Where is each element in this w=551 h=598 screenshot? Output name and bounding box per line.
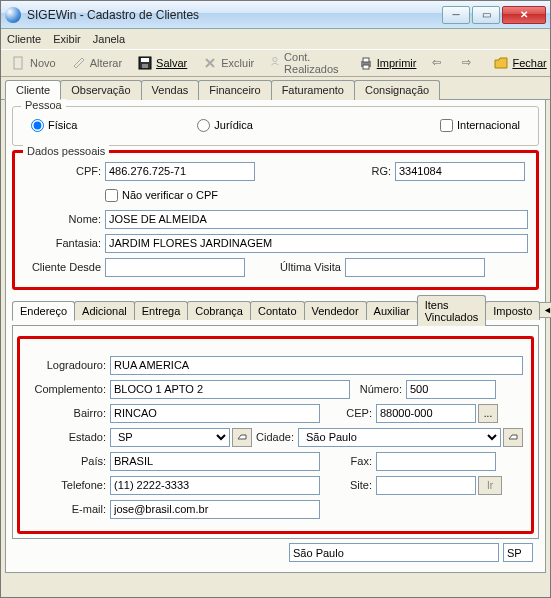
cpf-label: CPF:	[23, 165, 105, 177]
menu-bar: Cliente Exibir Janela	[1, 29, 550, 49]
menu-exibir[interactable]: Exibir	[53, 33, 81, 45]
status-cidade-field[interactable]	[289, 543, 499, 562]
novo-button: Novo	[5, 53, 63, 73]
pais-label: País:	[28, 455, 110, 467]
bairro-label: Bairro:	[28, 407, 110, 419]
check-nao-verificar-cpf[interactable]: Não verificar o CPF	[105, 189, 218, 202]
tab-financeiro[interactable]: Financeiro	[198, 80, 271, 100]
cep-lookup-button[interactable]: ...	[478, 404, 498, 423]
estado-clear-button[interactable]	[232, 428, 252, 447]
cidade-clear-button[interactable]	[503, 428, 523, 447]
fechar-button[interactable]: Fechar	[487, 53, 551, 73]
salvar-button[interactable]: Salvar	[131, 53, 194, 73]
fantasia-field[interactable]	[105, 234, 528, 253]
tab-consignacao[interactable]: Consignação	[354, 80, 440, 100]
tab-faturamento[interactable]: Faturamento	[271, 80, 355, 100]
numero-field[interactable]	[406, 380, 496, 399]
nome-label: Nome:	[23, 213, 105, 225]
estado-select[interactable]: SP	[110, 428, 230, 447]
subtab-endereco[interactable]: Endereço	[12, 301, 75, 321]
subtab-entrega[interactable]: Entrega	[134, 301, 189, 320]
bairro-field[interactable]	[110, 404, 320, 423]
ultima-visita-label: Última Visita	[265, 261, 345, 273]
dados-legend: Dados pessoais	[23, 145, 109, 157]
next-button: ⇨	[455, 53, 483, 73]
cidade-select[interactable]: São Paulo	[298, 428, 501, 447]
close-button[interactable]: ✕	[502, 6, 546, 24]
subtab-itens[interactable]: Itens Vinculados	[417, 295, 487, 326]
check-internacional[interactable]: Internacional	[440, 119, 520, 132]
svg-rect-3	[142, 64, 148, 68]
email-label: E-mail:	[28, 503, 110, 515]
subtab-cobranca[interactable]: Cobrança	[187, 301, 251, 320]
estado-label: Estado:	[28, 431, 110, 443]
telefone-field[interactable]	[110, 476, 320, 495]
cidade-label: Cidade:	[252, 431, 298, 443]
new-icon	[12, 56, 26, 70]
endereco-panel: Logradouro: Complemento: Número: Bairro:…	[12, 326, 539, 539]
tab-observacao[interactable]: Observação	[60, 80, 141, 100]
site-ir-button[interactable]: Ir	[478, 476, 502, 495]
alterar-button: Alterar	[65, 53, 129, 73]
fax-field[interactable]	[376, 452, 496, 471]
cliente-desde-label: Cliente Desde	[23, 261, 105, 273]
print-icon	[359, 56, 373, 70]
cont-realizados-button: Cont. Realizados	[263, 48, 349, 78]
telefone-label: Telefone:	[28, 479, 110, 491]
ultima-visita-field[interactable]	[345, 258, 485, 277]
pessoa-legend: Pessoa	[21, 99, 66, 111]
subtab-auxiliar[interactable]: Auxiliar	[366, 301, 418, 320]
delete-icon	[203, 56, 217, 70]
numero-label: Número:	[350, 383, 406, 395]
menu-janela[interactable]: Janela	[93, 33, 125, 45]
menu-cliente[interactable]: Cliente	[7, 33, 41, 45]
endereco-box: Logradouro: Complemento: Número: Bairro:…	[17, 336, 534, 534]
status-row	[12, 539, 539, 566]
rg-label: RG:	[295, 165, 395, 177]
folder-icon	[494, 56, 508, 70]
subtab-impostos[interactable]: Imposto	[485, 301, 540, 320]
email-field[interactable]	[110, 500, 320, 519]
title-bar: SIGEWin - Cadastro de Clientes ─ ▭ ✕	[1, 1, 550, 29]
cep-field[interactable]	[376, 404, 476, 423]
edit-icon	[72, 56, 86, 70]
dados-pessoais-group: Dados pessoais CPF: RG: Não verificar o …	[12, 150, 539, 290]
status-uf-field[interactable]	[503, 543, 533, 562]
maximize-button[interactable]: ▭	[472, 6, 500, 24]
cliente-panel: Pessoa Física Jurídica Internacional Dad…	[5, 100, 546, 573]
arrow-left-icon: ⇦	[432, 56, 446, 70]
minimize-button[interactable]: ─	[442, 6, 470, 24]
nome-field[interactable]	[105, 210, 528, 229]
rg-field[interactable]	[395, 162, 525, 181]
pessoa-group: Pessoa Física Jurídica Internacional	[12, 106, 539, 146]
app-icon	[5, 7, 21, 23]
fantasia-label: Fantasia:	[23, 237, 105, 249]
logradouro-label: Logradouro:	[28, 359, 110, 371]
cliente-desde-field[interactable]	[105, 258, 245, 277]
cep-label: CEP:	[320, 407, 376, 419]
subtab-contato[interactable]: Contato	[250, 301, 305, 320]
svg-point-4	[273, 57, 277, 61]
logradouro-field[interactable]	[110, 356, 523, 375]
imprimir-button[interactable]: Imprimir	[352, 53, 424, 73]
prev-button: ⇦	[425, 53, 453, 73]
toolbar: Novo Alterar Salvar Excluir Cont. Realiz…	[1, 49, 550, 77]
svg-rect-7	[363, 65, 369, 69]
excluir-button: Excluir	[196, 53, 261, 73]
subtab-adicional[interactable]: Adicional	[74, 301, 135, 320]
radio-fisica[interactable]: Física	[31, 119, 77, 132]
tab-vendas[interactable]: Vendas	[141, 80, 200, 100]
contact-icon	[270, 56, 280, 70]
cpf-field[interactable]	[105, 162, 255, 181]
arrow-right-icon: ⇨	[462, 56, 476, 70]
complemento-field[interactable]	[110, 380, 350, 399]
svg-rect-2	[141, 58, 149, 62]
window-title: SIGEWin - Cadastro de Clientes	[27, 8, 442, 22]
pais-field[interactable]	[110, 452, 320, 471]
site-field[interactable]	[376, 476, 476, 495]
radio-juridica[interactable]: Jurídica	[197, 119, 253, 132]
subtab-vendedor[interactable]: Vendedor	[304, 301, 367, 320]
subtab-scroll-left[interactable]: ◄	[539, 302, 551, 318]
svg-rect-6	[363, 58, 369, 62]
tab-cliente[interactable]: Cliente	[5, 80, 61, 100]
